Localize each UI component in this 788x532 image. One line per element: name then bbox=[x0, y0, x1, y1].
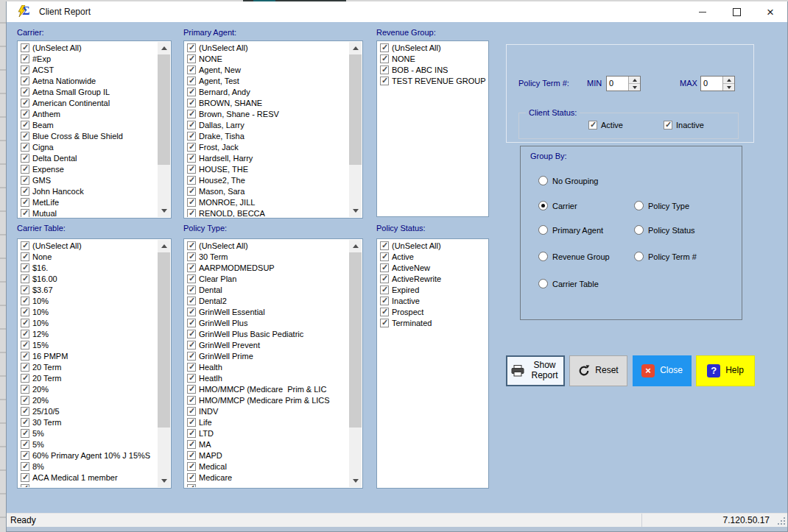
scrollbar-thumb[interactable] bbox=[349, 54, 362, 165]
list-item[interactable]: Dental bbox=[185, 284, 349, 295]
checkbox-icon[interactable] bbox=[187, 429, 196, 438]
list-item[interactable]: Active bbox=[378, 251, 488, 262]
list-item[interactable]: 60% Primary Agent 10% J 15%S bbox=[18, 450, 158, 461]
checkbox-icon[interactable] bbox=[187, 319, 196, 327]
list-item[interactable]: RENOLD, BECCA bbox=[185, 208, 349, 217]
list-item[interactable]: ActiveNew bbox=[378, 262, 488, 273]
checkbox-icon[interactable] bbox=[380, 274, 389, 283]
checkbox-icon[interactable] bbox=[664, 121, 672, 130]
help-button[interactable]: ? Help bbox=[696, 355, 755, 386]
list-item[interactable]: TEST REVENUE GROUP bbox=[378, 75, 488, 86]
list-item[interactable]: Dallas, Larry bbox=[185, 119, 349, 130]
checkbox-icon[interactable] bbox=[21, 165, 29, 174]
scroll-down-icon[interactable] bbox=[349, 475, 362, 487]
list-item[interactable]: Health bbox=[185, 361, 349, 372]
checkbox-icon[interactable] bbox=[187, 418, 196, 427]
list-item[interactable]: Heatlh bbox=[185, 372, 349, 383]
checkbox-icon[interactable] bbox=[21, 43, 29, 52]
list-item[interactable]: GrinWell Plus Basic Pediatric bbox=[185, 328, 349, 339]
client-status-inactive-option[interactable]: Inactive bbox=[664, 121, 704, 130]
scroll-up-icon[interactable] bbox=[349, 42, 362, 54]
checkbox-icon[interactable] bbox=[187, 374, 196, 383]
list-item[interactable]: $3.67 bbox=[18, 284, 158, 295]
policy-status-list[interactable]: (UnSelect All)ActiveActiveNewActiveRewri… bbox=[376, 238, 489, 489]
list-item[interactable]: Terminated bbox=[378, 317, 488, 328]
list-item[interactable]: LTD bbox=[185, 428, 349, 439]
list-item[interactable]: GrinWell Prime bbox=[185, 350, 349, 361]
list-item[interactable]: 10% bbox=[18, 306, 158, 317]
list-item[interactable]: (UnSelect All) bbox=[378, 42, 488, 53]
checkbox-icon[interactable] bbox=[187, 462, 196, 471]
list-item[interactable]: $16. bbox=[18, 262, 158, 273]
checkbox-icon[interactable] bbox=[21, 407, 29, 416]
list-item[interactable]: (UnSelect All) bbox=[18, 42, 158, 53]
policy-term-min-spinner[interactable]: 0 bbox=[606, 76, 641, 91]
radio-primary-agent[interactable]: Primary Agent bbox=[538, 225, 603, 235]
checkbox-icon[interactable] bbox=[21, 143, 29, 152]
list-item[interactable]: Anthem bbox=[18, 108, 158, 119]
list-item[interactable]: 30 Term bbox=[185, 251, 349, 262]
radio-icon[interactable] bbox=[634, 252, 644, 261]
scroll-up-icon[interactable] bbox=[158, 240, 170, 252]
policy-type-list[interactable]: (UnSelect All)30 TermAARPMODMEDSUPClear … bbox=[183, 238, 363, 489]
list-item[interactable]: AARPMODMEDSUP bbox=[185, 262, 349, 273]
list-item[interactable]: ACST bbox=[18, 64, 158, 75]
list-item[interactable]: Clear Plan bbox=[185, 273, 349, 284]
policy-type-scrollbar[interactable] bbox=[349, 240, 362, 487]
resize-grip-icon[interactable] bbox=[776, 516, 785, 525]
checkbox-icon[interactable] bbox=[187, 341, 196, 350]
checkbox-icon[interactable] bbox=[187, 77, 196, 85]
list-item[interactable]: Inactive bbox=[378, 295, 488, 306]
list-item[interactable]: ActiveRewrite bbox=[378, 273, 488, 284]
spin-down-icon[interactable] bbox=[723, 84, 734, 91]
checkbox-icon[interactable] bbox=[380, 43, 389, 52]
spin-up-icon[interactable] bbox=[723, 77, 734, 84]
checkbox-icon[interactable] bbox=[21, 154, 29, 163]
show-report-button[interactable]: Show Report bbox=[506, 355, 565, 386]
client-status-active-option[interactable]: Active bbox=[588, 121, 623, 130]
checkbox-icon[interactable] bbox=[187, 132, 196, 141]
checkbox-icon[interactable] bbox=[380, 77, 389, 85]
checkbox-icon[interactable] bbox=[187, 274, 196, 283]
list-item[interactable]: 10% bbox=[18, 317, 158, 328]
checkbox-icon[interactable] bbox=[21, 484, 29, 488]
checkbox-icon[interactable] bbox=[187, 110, 196, 118]
list-item[interactable]: 20 Term bbox=[18, 372, 158, 383]
radio-revenue-group[interactable]: Revenue Group bbox=[538, 252, 610, 261]
list-item[interactable]: Expense bbox=[18, 163, 158, 174]
list-item[interactable]: 5% bbox=[18, 428, 158, 439]
checkbox-icon[interactable] bbox=[21, 263, 29, 272]
checkbox-icon[interactable] bbox=[21, 440, 29, 449]
radio-icon[interactable] bbox=[634, 201, 644, 210]
list-item[interactable]: MetLife bbox=[18, 196, 158, 208]
list-item[interactable]: #Exp bbox=[18, 53, 158, 64]
list-item[interactable]: ACA Medical 1 member bbox=[18, 472, 158, 483]
list-item[interactable]: Prospect bbox=[378, 306, 488, 317]
checkbox-icon[interactable] bbox=[380, 252, 389, 261]
checkbox-icon[interactable] bbox=[21, 99, 29, 107]
checkbox-icon[interactable] bbox=[187, 363, 196, 372]
checkbox-icon[interactable] bbox=[380, 54, 389, 63]
checkbox-icon[interactable] bbox=[187, 473, 196, 482]
checkbox-icon[interactable] bbox=[21, 429, 29, 438]
list-item[interactable]: Mason, Sara bbox=[185, 185, 349, 196]
radio-policy-status[interactable]: Policy Status bbox=[634, 225, 695, 235]
list-item[interactable]: Medical bbox=[185, 461, 349, 472]
checkbox-icon[interactable] bbox=[187, 330, 196, 338]
list-item[interactable]: 8% bbox=[18, 461, 158, 472]
checkbox-icon[interactable] bbox=[187, 143, 196, 152]
checkbox-icon[interactable] bbox=[187, 484, 196, 488]
list-item[interactable]: Dental2 bbox=[185, 295, 349, 306]
checkbox-icon[interactable] bbox=[21, 462, 29, 471]
checkbox-icon[interactable] bbox=[21, 418, 29, 427]
checkbox-icon[interactable] bbox=[187, 440, 196, 449]
checkbox-icon[interactable] bbox=[380, 297, 389, 305]
list-item[interactable]: GrinWell Prevent bbox=[185, 339, 349, 350]
list-item[interactable]: Expired bbox=[378, 284, 488, 295]
checkbox-icon[interactable] bbox=[21, 385, 29, 394]
checkbox-icon[interactable] bbox=[21, 451, 29, 460]
list-item[interactable]: Life bbox=[185, 416, 349, 428]
checkbox-icon[interactable] bbox=[187, 451, 196, 460]
maximize-button[interactable] bbox=[720, 1, 753, 22]
list-item[interactable]: NONE bbox=[378, 53, 488, 64]
